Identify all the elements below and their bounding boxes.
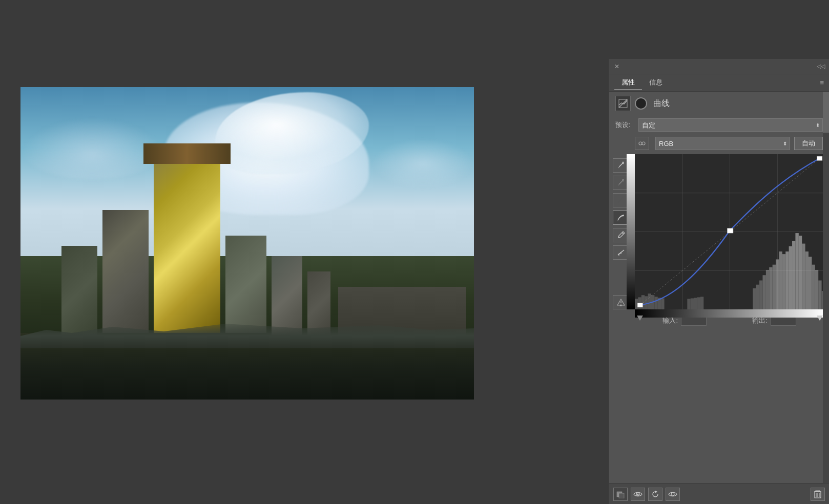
channel-select[interactable]: RGB 红 绿 蓝 (655, 137, 790, 150)
svg-rect-49 (802, 244, 805, 309)
svg-rect-35 (756, 285, 759, 309)
curves-panel: ✕ ◁◁ 属性 信息 ≡ 曲线 预设: 自定 默认 强对 (609, 59, 829, 504)
svg-rect-30 (691, 298, 694, 309)
close-button[interactable]: ✕ (613, 63, 620, 70)
collapse-button[interactable]: ◁◁ (817, 63, 825, 70)
scrollbar-thumb[interactable] (823, 92, 829, 133)
svg-text:▲: ▲ (619, 304, 622, 306)
svg-rect-31 (694, 298, 697, 309)
preset-select-wrapper: 自定 默认 强对比度 线性 ⬍ (638, 118, 823, 132)
svg-rect-33 (700, 297, 703, 309)
panel-tabs-row: 属性 信息 ≡ (609, 74, 829, 92)
reset-button[interactable] (648, 488, 662, 501)
panel-scrollbar[interactable] (823, 92, 829, 483)
svg-rect-51 (809, 257, 812, 309)
svg-rect-28 (661, 298, 664, 309)
svg-point-2 (639, 142, 642, 145)
curves-title: 曲线 (653, 98, 670, 109)
svg-rect-53 (815, 270, 818, 309)
svg-point-63 (637, 493, 639, 495)
svg-rect-50 (805, 251, 809, 309)
svg-rect-42 (779, 251, 782, 309)
svg-rect-61 (619, 493, 624, 498)
svg-rect-24 (648, 293, 651, 309)
channel-row: RGB 红 绿 蓝 ⬍ 自动 (609, 135, 829, 152)
svg-point-7 (623, 197, 624, 198)
tab-properties[interactable]: 属性 (614, 76, 642, 90)
svg-rect-29 (687, 299, 690, 309)
view-button[interactable] (666, 488, 680, 501)
channel-select-wrapper: RGB 红 绿 蓝 ⬍ (655, 137, 790, 150)
adjustment-icon-box[interactable] (615, 96, 631, 111)
svg-point-3 (642, 142, 645, 145)
panel-titlebar: ✕ ◁◁ (609, 59, 829, 74)
panel-menu-button[interactable]: ≡ (820, 79, 824, 87)
svg-rect-32 (697, 297, 700, 309)
adjustment-header: 曲线 (609, 92, 829, 115)
preset-label: 预设: (615, 120, 633, 130)
svg-rect-45 (789, 246, 792, 309)
svg-rect-26 (654, 297, 657, 309)
auto-adjust-icon[interactable] (635, 137, 649, 150)
svg-rect-43 (782, 254, 785, 309)
svg-point-64 (671, 493, 674, 496)
svg-rect-37 (762, 275, 765, 309)
svg-rect-54 (818, 281, 821, 309)
svg-rect-38 (766, 270, 769, 309)
preset-row: 预设: 自定 默认 强对比度 线性 ⬍ (609, 115, 829, 135)
preset-select[interactable]: 自定 默认 强对比度 线性 (638, 118, 823, 132)
svg-rect-44 (785, 251, 789, 309)
svg-rect-34 (753, 288, 756, 309)
svg-rect-36 (759, 281, 762, 309)
svg-rect-46 (792, 241, 795, 309)
curves-main-area: ▲ (609, 152, 829, 311)
bottom-toolbar (609, 483, 829, 504)
curves-graph[interactable] (635, 154, 825, 309)
svg-rect-47 (795, 233, 798, 309)
svg-rect-52 (812, 265, 815, 309)
svg-rect-40 (773, 265, 776, 309)
svg-point-5 (623, 162, 624, 163)
visibility-button[interactable] (631, 488, 645, 501)
svg-point-6 (623, 179, 624, 181)
svg-rect-57 (637, 303, 643, 307)
svg-rect-58 (727, 228, 733, 233)
auto-button[interactable]: 自动 (794, 137, 823, 150)
svg-rect-39 (769, 267, 772, 309)
svg-rect-59 (817, 156, 822, 160)
delete-button[interactable] (811, 488, 825, 501)
add-layer-button[interactable] (613, 488, 628, 501)
photo-canvas (20, 87, 474, 400)
svg-rect-41 (776, 259, 779, 309)
tab-info[interactable]: 信息 (642, 76, 670, 90)
svg-rect-23 (645, 296, 648, 309)
adjustment-circle[interactable] (635, 97, 647, 110)
svg-rect-48 (799, 236, 802, 309)
